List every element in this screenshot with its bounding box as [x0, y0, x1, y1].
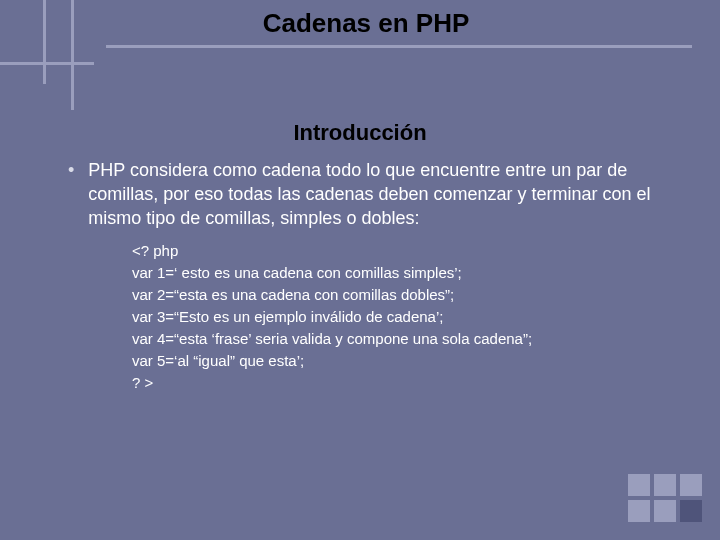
code-line: <? php — [132, 240, 668, 262]
slide-subtitle: Introducción — [0, 120, 720, 146]
decor-square — [654, 500, 676, 522]
code-line: var 1=‘ esto es una cadena con comillas … — [132, 262, 668, 284]
title-container: Cadenas en PHP — [106, 8, 626, 44]
decor-square — [680, 474, 702, 496]
code-line: var 3=“Esto es un ejemplo inválido de ca… — [132, 306, 668, 328]
code-line: ? > — [132, 372, 668, 394]
code-line: var 5=‘al “igual” que esta’; — [132, 350, 668, 372]
decor-horizontal-line-short — [0, 62, 94, 65]
bullet-marker: • — [68, 158, 74, 230]
bullet-item: • PHP considera como cadena todo lo que … — [68, 158, 668, 230]
decor-square — [680, 500, 702, 522]
code-line: var 2=“esta es una cadena con comillas d… — [132, 284, 668, 306]
decor-square — [628, 474, 650, 496]
title-underline — [106, 45, 692, 48]
decor-squares — [628, 474, 702, 522]
code-example: <? php var 1=‘ esto es una cadena con co… — [132, 240, 668, 394]
decor-square — [654, 474, 676, 496]
decor-vertical-line-1 — [43, 0, 46, 84]
code-line: var 4=“esta ‘frase’ seria valida y compo… — [132, 328, 668, 350]
bullet-text: PHP considera como cadena todo lo que en… — [88, 158, 668, 230]
decor-vertical-line-2 — [71, 0, 74, 110]
slide-title: Cadenas en PHP — [263, 8, 470, 38]
content-area: • PHP considera como cadena todo lo que … — [68, 158, 668, 394]
decor-square — [628, 500, 650, 522]
